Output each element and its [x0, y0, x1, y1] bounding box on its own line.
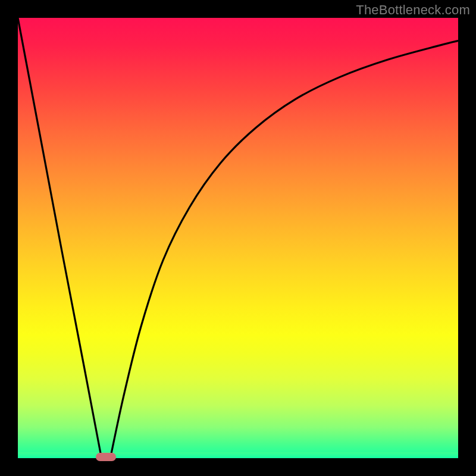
chart-frame: TheBottleneck.com: [0, 0, 476, 476]
right-branch-line: [110, 41, 458, 459]
chart-curves: [18, 18, 458, 458]
left-branch-line: [18, 18, 102, 458]
minimum-marker: [96, 453, 116, 461]
watermark-text: TheBottleneck.com: [356, 2, 470, 18]
